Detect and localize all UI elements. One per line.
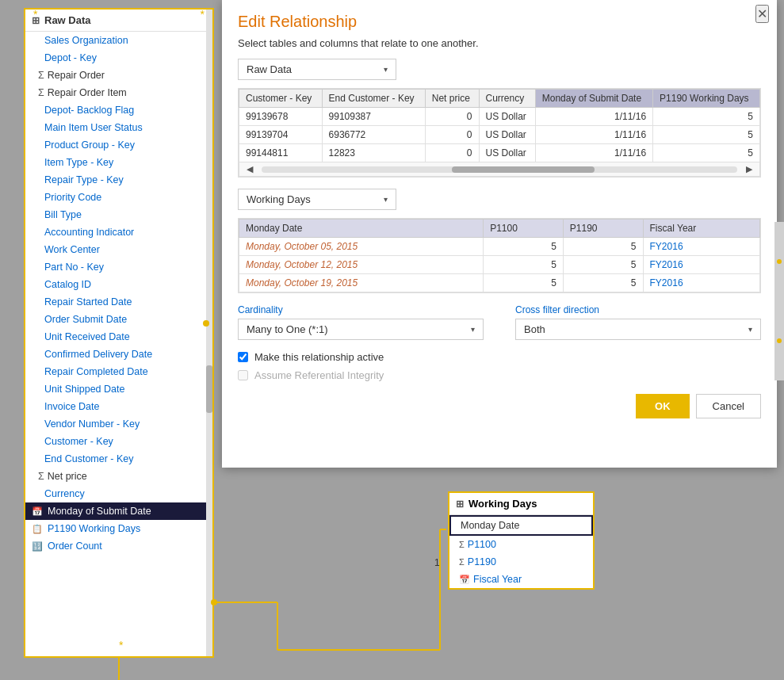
cell-monday-2: 1/11/16 xyxy=(535,126,652,144)
list-item-order-submit[interactable]: Order Submit Date xyxy=(25,311,212,328)
cell-p1190-1: 5 xyxy=(653,108,760,126)
second-table-dropdown-label: Working Days xyxy=(247,193,311,205)
wd-table-icon: ⊞ xyxy=(456,499,464,510)
list-item-repair-type[interactable]: Repair Type - Key xyxy=(25,171,212,189)
list-item-currency[interactable]: Currency xyxy=(25,485,212,502)
table-row: 99139678 99109387 0 US Dollar 1/11/16 5 xyxy=(239,108,760,126)
col2-fiscal-year[interactable]: Fiscal Year xyxy=(643,220,759,238)
list-item-net-price[interactable]: Σ Net price xyxy=(25,468,212,485)
list-item-order-count[interactable]: 🔢 Order Count xyxy=(25,537,212,555)
col-net-price[interactable]: Net price xyxy=(425,90,479,108)
cell2-fy-2: FY2016 xyxy=(643,256,759,274)
list-item-part-no[interactable]: Part No - Key xyxy=(25,258,212,276)
wd-item-p1100[interactable]: Σ P1100 xyxy=(449,536,593,553)
sigma-icon-repair-order-item: Σ xyxy=(38,87,44,98)
cell2-p1190-2: 5 xyxy=(563,256,643,274)
dialog-panel: ✕ Edit Relationship Select tables and co… xyxy=(222,0,777,468)
list-item-priority-code[interactable]: Priority Code xyxy=(25,189,212,206)
list-item-accounting[interactable]: Accounting Indicator xyxy=(25,223,212,241)
second-table-dropdown-wrap[interactable]: Working Days ▾ xyxy=(238,189,396,210)
cell2-p1100-3: 5 xyxy=(484,274,564,292)
list-item-unit-shipped[interactable]: Unit Shipped Date xyxy=(25,380,212,398)
cell2-fy-1: FY2016 xyxy=(643,238,759,256)
cell-end-customer-3: 12823 xyxy=(322,144,425,162)
list-item-repair-completed[interactable]: Repair Completed Date xyxy=(25,363,212,380)
list-item-bill-type[interactable]: Bill Type xyxy=(25,206,212,223)
list-item-end-customer[interactable]: End Customer - Key xyxy=(25,450,212,468)
list-item-repair-order-label: Repair Order xyxy=(48,70,105,81)
list-item-depot-backlog[interactable]: Depot- Backlog Flag xyxy=(25,101,212,119)
working-days-title: Working Days xyxy=(468,498,537,510)
wd-item-p1190[interactable]: Σ P1190 xyxy=(449,553,593,571)
list-item-customer-key[interactable]: Customer - Key xyxy=(25,433,212,450)
cross-filter-dropdown[interactable]: Both ▾ xyxy=(515,319,761,340)
date-icon-fiscal: 📅 xyxy=(459,575,470,585)
list-item-monday-submit[interactable]: 📅 Monday of Submit Date xyxy=(25,502,212,520)
col-customer-key[interactable]: Customer - Key xyxy=(239,90,323,108)
table-row: 99139704 6936772 0 US Dollar 1/11/16 5 xyxy=(239,126,760,144)
p1190-icon: 📋 xyxy=(32,524,43,534)
list-item-product-group[interactable]: Product Group - Key xyxy=(25,136,212,154)
cell2-monday-2: Monday, October 12, 2015 xyxy=(239,256,484,274)
list-item-catalog-id[interactable]: Catalog ID xyxy=(25,276,212,293)
close-button[interactable]: ✕ xyxy=(755,5,769,23)
first-table-dropdown-wrap[interactable]: Raw Data ▾ xyxy=(238,59,396,80)
make-active-row: Make this relationship active xyxy=(222,348,777,366)
second-data-table: Monday Date P1100 P1190 Fiscal Year Mond… xyxy=(239,219,760,292)
make-active-checkbox[interactable] xyxy=(238,352,248,362)
table-row-2: Monday, October 19, 2015 5 5 FY2016 xyxy=(239,274,760,292)
cross-filter-value: Both xyxy=(524,323,545,335)
right-indicator-dot-1 xyxy=(777,259,782,264)
fiscal-year-label: Fiscal Year xyxy=(473,574,522,585)
list-item-repair-started[interactable]: Repair Started Date xyxy=(25,293,212,311)
table-row-2: Monday, October 12, 2015 5 5 FY2016 xyxy=(239,256,760,274)
nav-right-button[interactable]: ▶ xyxy=(746,164,752,174)
list-item-repair-order[interactable]: Σ Repair Order xyxy=(25,67,212,84)
col2-monday-date[interactable]: Monday Date xyxy=(239,220,484,238)
monday-submit-label: Monday of Submit Date xyxy=(48,506,151,517)
col-p1190-working-days[interactable]: P1190 Working Days xyxy=(653,90,760,108)
nav-scroll-thumb xyxy=(452,166,595,173)
cell-customer-key-2: 99139704 xyxy=(239,126,323,144)
list-item-main-item[interactable]: Main Item User Status xyxy=(25,119,212,136)
p1100-label: P1100 xyxy=(468,539,496,550)
star-top-left: * xyxy=(33,8,37,21)
nav-scroll[interactable] xyxy=(262,166,737,173)
referential-integrity-row: Assume Referential Integrity xyxy=(222,366,777,384)
dialog-title: Edit Relationship xyxy=(222,0,777,37)
sigma-icon-p1100: Σ xyxy=(459,540,465,549)
list-item-confirmed-delivery[interactable]: Confirmed Delivery Date xyxy=(25,346,212,363)
col2-p1190[interactable]: P1190 xyxy=(563,220,643,238)
wd-item-monday-date[interactable]: Monday Date xyxy=(449,515,593,536)
cardinality-dropdown[interactable]: Many to One (*:1) ▾ xyxy=(238,319,484,340)
list-item-vendor-number[interactable]: Vendor Number - Key xyxy=(25,415,212,433)
list-item-sales-org[interactable]: Sales Organization xyxy=(25,32,212,49)
cell-currency-3: US Dollar xyxy=(479,144,535,162)
wd-item-fiscal-year[interactable]: 📅 Fiscal Year xyxy=(449,571,593,588)
ok-button[interactable]: OK xyxy=(636,394,690,418)
second-table-dropdown[interactable]: Working Days ▾ xyxy=(238,189,396,210)
list-item-item-type[interactable]: Item Type - Key xyxy=(25,154,212,171)
left-panel-list[interactable]: Sales Organization Depot - Key Σ Repair … xyxy=(25,32,212,650)
left-panel-header: ⊞ Raw Data xyxy=(25,10,212,32)
referential-integrity-checkbox[interactable] xyxy=(238,370,248,380)
list-item-depot-key[interactable]: Depot - Key xyxy=(25,49,212,67)
list-item-p1190-working[interactable]: 📋 P1190 Working Days xyxy=(25,520,212,537)
first-table-dropdown[interactable]: Raw Data ▾ xyxy=(238,59,396,80)
col2-p1100[interactable]: P1100 xyxy=(484,220,564,238)
cell-monday-1: 1/11/16 xyxy=(535,108,652,126)
svg-text:1: 1 xyxy=(434,557,440,568)
list-item-repair-order-item[interactable]: Σ Repair Order Item xyxy=(25,84,212,101)
right-indicator-dot-2 xyxy=(777,338,782,343)
list-item-unit-received[interactable]: Unit Received Date xyxy=(25,328,212,346)
col-end-customer-key[interactable]: End Customer - Key xyxy=(322,90,425,108)
list-item-invoice-date[interactable]: Invoice Date xyxy=(25,398,212,415)
cell-monday-3: 1/11/16 xyxy=(535,144,652,162)
left-panel: * * ⊞ Raw Data Sales Organization Depot … xyxy=(24,8,214,658)
working-days-box: ⊞ Working Days Monday Date Σ P1100 Σ P11… xyxy=(448,491,595,590)
col-monday-submit-date[interactable]: Monday of Submit Date xyxy=(535,90,652,108)
col-currency[interactable]: Currency xyxy=(479,90,535,108)
cancel-button[interactable]: Cancel xyxy=(696,394,761,418)
nav-left-button[interactable]: ◀ xyxy=(247,164,253,174)
list-item-work-center[interactable]: Work Center xyxy=(25,241,212,258)
